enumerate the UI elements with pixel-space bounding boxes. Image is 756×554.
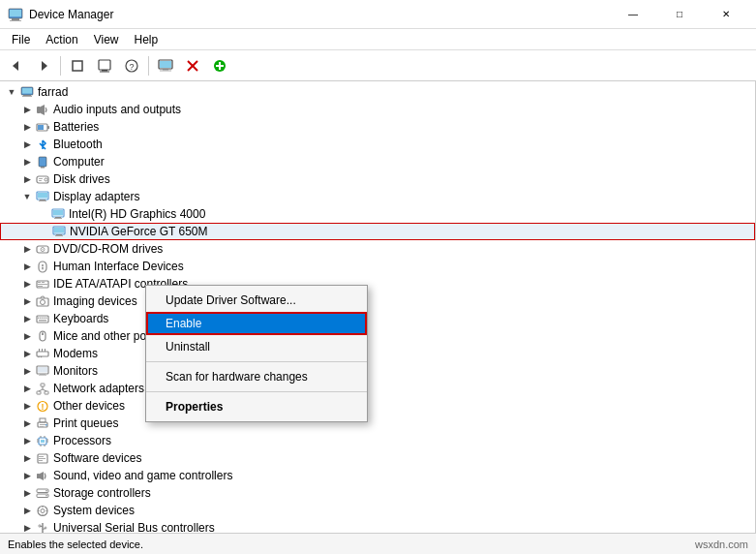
sound-expander[interactable]: ▶ [19, 468, 35, 483]
network-expander[interactable]: ▶ [19, 381, 35, 396]
dvd-expander[interactable]: ▶ [19, 241, 35, 257]
hid-expander[interactable]: ▶ [19, 259, 35, 274]
toolbar-help[interactable]: ? [119, 53, 144, 78]
other-icon: ! [35, 398, 50, 414]
software-expander[interactable]: ▶ [19, 450, 35, 466]
tree-item-processors[interactable]: ▶ Processors [0, 432, 755, 449]
intel-icon [50, 206, 66, 222]
svg-rect-95 [41, 440, 45, 443]
app-icon [8, 7, 23, 22]
hid-label: Human Interface Devices [53, 260, 184, 273]
ctx-update-driver[interactable]: Update Driver Software... [146, 289, 367, 312]
toolbar-btn2[interactable] [92, 53, 117, 78]
mice-expander[interactable]: ▶ [19, 328, 35, 344]
tree-item-dvd[interactable]: ▶ DVD/CD-ROM drives [0, 240, 755, 258]
window-title: Device Manager [29, 8, 611, 21]
processors-expander[interactable]: ▶ [19, 433, 35, 448]
batteries-expander[interactable]: ▶ [19, 119, 35, 135]
root-icon [19, 84, 35, 100]
tree-item-monitors[interactable]: ▶ Monitors [0, 362, 755, 380]
svg-rect-15 [160, 70, 171, 71]
minimize-button[interactable]: — [611, 0, 655, 29]
main-content: ▼ farrad ▶ Audio inputs and outputs ▶ Ba… [0, 81, 756, 533]
usb-expander[interactable]: ▶ [19, 520, 35, 533]
tree-item-usb[interactable]: ▶ Universal Serial Bus controllers [0, 519, 755, 533]
tree-item-imaging[interactable]: ▶ Imaging devices [0, 292, 755, 310]
svg-rect-13 [160, 61, 171, 68]
audio-expander[interactable]: ▶ [19, 102, 35, 117]
close-button[interactable]: ✕ [704, 0, 748, 29]
svg-rect-8 [102, 70, 107, 72]
toolbar-back[interactable] [4, 53, 29, 78]
tree-item-bluetooth[interactable]: ▶ Bluetooth [0, 136, 755, 153]
sound-icon [35, 468, 50, 483]
displayadapters-expander[interactable]: ▼ [19, 189, 35, 204]
svg-rect-66 [45, 317, 47, 319]
root-expander[interactable]: ▼ [4, 84, 19, 100]
svg-marker-109 [40, 472, 44, 480]
ctx-uninstall[interactable]: Uninstall [146, 335, 367, 358]
toolbar-delete[interactable] [180, 53, 205, 78]
print-expander[interactable]: ▶ [19, 416, 35, 431]
storage-expander[interactable]: ▶ [19, 485, 35, 501]
menu-help[interactable]: Help [127, 31, 166, 48]
maximize-button[interactable]: □ [657, 0, 702, 29]
tree-item-intel[interactable]: ▶ Intel(R) HD Graphics 4000 [0, 205, 755, 223]
svg-rect-81 [41, 384, 45, 386]
hid-icon [35, 259, 50, 274]
tree-item-sound[interactable]: ▶ Sound, video and game controllers [0, 467, 755, 484]
status-right: wsxdn.com [695, 539, 748, 550]
tree-item-audio[interactable]: ▶ Audio inputs and outputs [0, 101, 755, 118]
svg-rect-28 [47, 126, 49, 129]
toolbar-btn1[interactable] [65, 53, 90, 78]
menu-file[interactable]: File [4, 31, 38, 48]
svg-rect-105 [39, 456, 44, 457]
tree-item-print[interactable]: ▶ Print queues [0, 415, 755, 432]
monitors-expander[interactable]: ▶ [19, 363, 35, 379]
menu-view[interactable]: View [86, 31, 127, 48]
tree-item-keyboards[interactable]: ▶ Keyboards [0, 310, 755, 327]
tree-item-storage[interactable]: ▶ Storage controllers [0, 484, 755, 502]
svg-rect-56 [42, 282, 45, 283]
tree-item-ide[interactable]: ▶ IDE ATA/ATAPI controllers [0, 275, 755, 292]
modems-expander[interactable]: ▶ [19, 346, 35, 361]
tree-item-software[interactable]: ▶ Software devices [0, 449, 755, 467]
svg-rect-3 [10, 10, 21, 16]
tree-item-computer[interactable]: ▶ Computer [0, 153, 755, 170]
tree-item-batteries[interactable]: ▶ Batteries [0, 118, 755, 136]
diskdrives-expander[interactable]: ▶ [19, 171, 35, 187]
tree-item-system[interactable]: ▶ System devices [0, 502, 755, 519]
svg-point-60 [41, 299, 45, 304]
imaging-expander[interactable]: ▶ [19, 293, 35, 309]
tree-item-other[interactable]: ▶ ! Other devices [0, 397, 755, 415]
keyboards-expander[interactable]: ▶ [19, 311, 35, 326]
svg-point-50 [43, 249, 44, 250]
menu-action[interactable]: Action [38, 31, 85, 48]
svg-rect-107 [39, 460, 43, 461]
toolbar-forward[interactable] [31, 53, 56, 78]
ide-expander[interactable]: ▶ [19, 276, 35, 292]
bluetooth-expander[interactable]: ▶ [19, 137, 35, 152]
svg-point-115 [41, 508, 45, 512]
system-expander[interactable]: ▶ [19, 503, 35, 518]
window-controls: — □ ✕ [611, 0, 748, 29]
ctx-enable[interactable]: Enable [146, 312, 367, 335]
tree-item-hid[interactable]: ▶ Human Interface Devices [0, 258, 755, 275]
tree-item-modems[interactable]: ▶ Modems [0, 345, 755, 362]
processors-label: Processors [53, 434, 111, 447]
tree-item-mice[interactable]: ▶ Mice and other pointing devices [0, 327, 755, 345]
other-expander[interactable]: ▶ [19, 398, 35, 414]
svg-rect-7 [99, 60, 110, 70]
tree-item-diskdrives[interactable]: ▶ Disk drives [0, 170, 755, 188]
ctx-scan-hardware[interactable]: Scan for hardware changes [146, 365, 367, 388]
device-tree[interactable]: ▼ farrad ▶ Audio inputs and outputs ▶ Ba… [0, 81, 756, 533]
computer-expander[interactable]: ▶ [19, 154, 35, 169]
svg-rect-41 [53, 210, 63, 216]
tree-item-nvidia[interactable]: ▶ NVIDIA GeForce GT 650M [0, 223, 755, 240]
tree-item-network[interactable]: ▶ Network adapters [0, 380, 755, 397]
ctx-properties[interactable]: Properties [146, 395, 367, 418]
toolbar-add[interactable] [207, 53, 232, 78]
toolbar-monitor[interactable] [153, 53, 178, 78]
tree-root[interactable]: ▼ farrad [0, 83, 755, 101]
tree-item-displayadapters[interactable]: ▼ Display adapters [0, 188, 755, 205]
